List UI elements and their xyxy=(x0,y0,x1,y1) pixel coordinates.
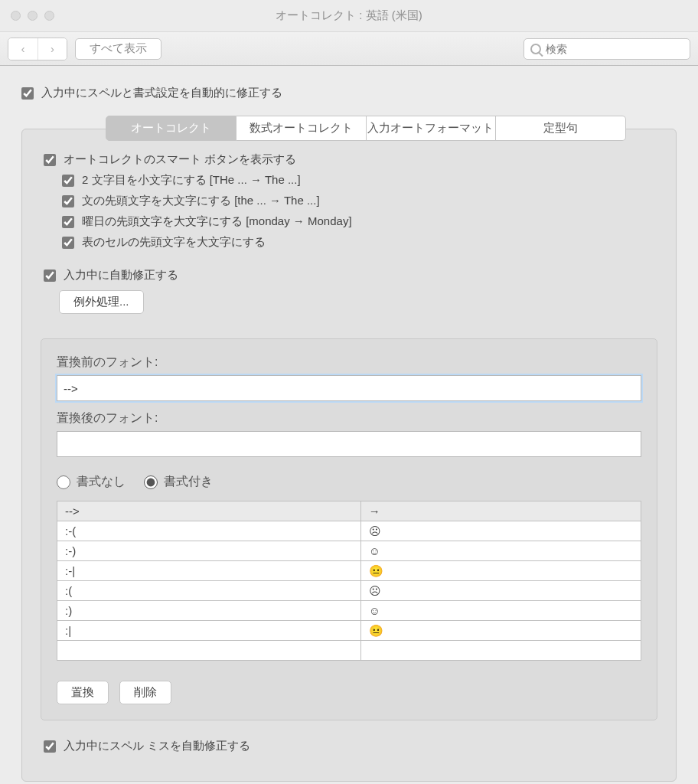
table-row[interactable]: :-)☺ xyxy=(57,541,641,561)
auto-correct-row[interactable]: 入力中に自動修正する xyxy=(44,268,657,283)
table-header-to: → xyxy=(360,501,641,521)
cell-to: ☺ xyxy=(360,601,641,621)
tab-bar: オートコレクト 数式オートコレクト 入力オートフォーマット 定型句 xyxy=(106,116,626,141)
table-cap-label: 表のセルの先頭文字を大文字にする xyxy=(82,235,266,250)
cell-from: :-( xyxy=(57,521,361,541)
radio-plain[interactable] xyxy=(57,475,70,489)
replace-panel: 置換前のフォント: 置換後のフォント: 書式なし 書式付き --> → xyxy=(41,338,657,720)
search-field-wrap[interactable] xyxy=(524,38,690,60)
table-row[interactable]: :(☹ xyxy=(57,581,641,601)
spell-correct-row[interactable]: 入力中にスペル ミスを自動修正する xyxy=(44,739,657,753)
smart-button-label: オートコレクトのスマート ボタンを表示する xyxy=(64,152,296,167)
sentence-cap-checkbox[interactable] xyxy=(62,195,74,207)
table-row[interactable]: :-|😐 xyxy=(57,561,641,581)
after-input[interactable] xyxy=(57,431,641,457)
cell-from: :-| xyxy=(57,561,361,581)
content: 入力中にスペルと書式設定を自動的に修正する オートコレクト 数式オートコレクト … xyxy=(0,66,698,784)
day-cap-row[interactable]: 曜日の先頭文字を大文字にする [monday → Monday] xyxy=(62,214,657,229)
search-input[interactable] xyxy=(546,43,683,55)
cell-to: 😐 xyxy=(360,621,641,641)
radio-plain-row[interactable]: 書式なし xyxy=(57,474,126,490)
auto-correct-checkbox[interactable] xyxy=(44,270,56,282)
main-autocorrect-checkbox-row[interactable]: 入力中にスペルと書式設定を自動的に修正する xyxy=(21,86,677,100)
delete-button[interactable]: 削除 xyxy=(119,681,171,704)
toolbar: ‹ › すべて表示 xyxy=(0,32,698,66)
radio-rich-row[interactable]: 書式付き xyxy=(144,474,213,490)
sentence-cap-label: 文の先頭文字を大文字にする [the ... → The ...] xyxy=(82,194,320,208)
cell-to: ☹ xyxy=(360,581,641,601)
table-header-row: --> → xyxy=(57,501,641,521)
tab-autoformat[interactable]: 入力オートフォーマット xyxy=(367,116,497,141)
tab-panel: オートコレクトのスマート ボタンを表示する 2 文字目を小文字にする [THe … xyxy=(21,129,677,782)
replace-button[interactable]: 置換 xyxy=(57,681,109,704)
tab-autotext[interactable]: 定型句 xyxy=(496,116,626,141)
table-row[interactable]: :|😐 xyxy=(57,621,641,641)
second-char-row[interactable]: 2 文字目を小文字にする [THe ... → The ...] xyxy=(62,173,657,188)
spell-correct-checkbox[interactable] xyxy=(44,740,56,753)
show-all-button[interactable]: すべて表示 xyxy=(75,38,161,60)
cell-from: :| xyxy=(57,621,361,641)
main-autocorrect-checkbox[interactable] xyxy=(21,87,34,100)
table-cap-checkbox[interactable] xyxy=(62,237,74,249)
table-cap-row[interactable]: 表のセルの先頭文字を大文字にする xyxy=(62,235,657,250)
tab-math-autocorrect[interactable]: 数式オートコレクト xyxy=(236,116,367,141)
cell-from: :-) xyxy=(57,541,361,561)
window-title: オートコレクト : 英語 (米国) xyxy=(0,8,698,23)
smart-button-row[interactable]: オートコレクトのスマート ボタンを表示する xyxy=(44,152,657,167)
day-cap-checkbox[interactable] xyxy=(62,216,74,228)
second-char-label: 2 文字目を小文字にする [THe ... → The ...] xyxy=(82,173,301,188)
main-autocorrect-label: 入力中にスペルと書式設定を自動的に修正する xyxy=(41,86,282,100)
table-row[interactable]: :)☺ xyxy=(57,601,641,621)
before-input[interactable] xyxy=(57,375,641,401)
tab-autocorrect[interactable]: オートコレクト xyxy=(106,116,236,141)
table-row[interactable]: :-(☹ xyxy=(57,521,641,541)
cell-from: :( xyxy=(57,581,361,601)
format-radio-group: 書式なし 書式付き xyxy=(57,474,641,490)
radio-rich-label: 書式付き xyxy=(164,474,213,490)
table-row[interactable] xyxy=(57,641,641,661)
after-label: 置換後のフォント: xyxy=(57,410,641,426)
nav-segment: ‹ › xyxy=(8,38,67,60)
table-header-from: --> xyxy=(57,501,361,521)
cell-to: 😐 xyxy=(360,561,641,581)
search-icon xyxy=(530,44,541,54)
smart-button-checkbox[interactable] xyxy=(44,154,56,166)
cell-to: ☹ xyxy=(360,521,641,541)
auto-correct-label: 入力中に自動修正する xyxy=(64,268,178,283)
radio-rich[interactable] xyxy=(144,475,158,489)
forward-button[interactable]: › xyxy=(38,38,67,60)
radio-plain-label: 書式なし xyxy=(77,474,126,490)
back-button[interactable]: ‹ xyxy=(8,38,38,60)
exceptions-button[interactable]: 例外処理... xyxy=(59,290,144,314)
spell-correct-label: 入力中にスペル ミスを自動修正する xyxy=(64,739,250,753)
titlebar: オートコレクト : 英語 (米国) xyxy=(0,0,698,32)
action-row: 置換 削除 xyxy=(57,681,641,704)
replace-table[interactable]: --> → :-(☹:-)☺:-|😐:(☹:)☺:|😐 xyxy=(57,501,641,661)
cell-to: ☺ xyxy=(360,541,641,561)
cell-from: :) xyxy=(57,601,361,621)
second-char-checkbox[interactable] xyxy=(62,175,74,187)
sentence-cap-row[interactable]: 文の先頭文字を大文字にする [the ... → The ...] xyxy=(62,194,657,208)
cell-from xyxy=(57,641,361,661)
cell-to xyxy=(360,641,641,661)
before-label: 置換前のフォント: xyxy=(57,354,641,371)
day-cap-label: 曜日の先頭文字を大文字にする [monday → Monday] xyxy=(82,214,352,229)
